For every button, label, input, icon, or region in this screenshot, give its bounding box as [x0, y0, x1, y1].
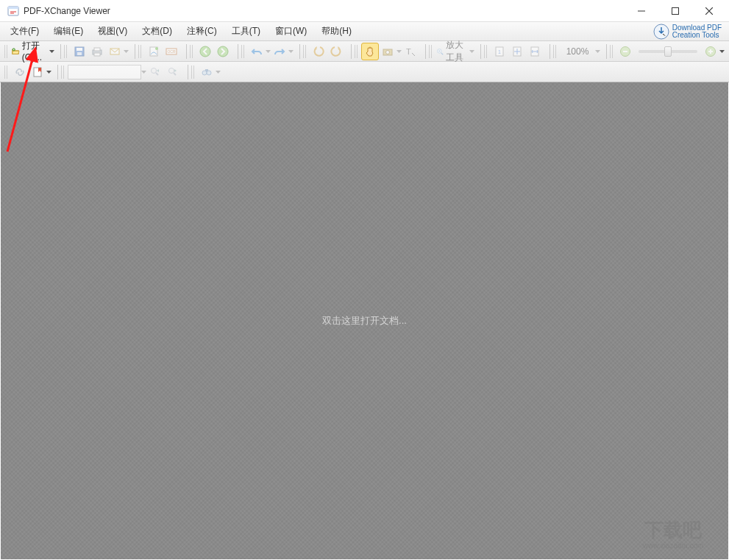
find-prev-icon	[149, 66, 161, 78]
mail-icon	[109, 46, 121, 57]
find-input[interactable]	[68, 65, 141, 79]
zoom-tool-dropdown[interactable]	[469, 43, 474, 60]
svg-point-21	[437, 49, 441, 53]
toolbar-secondary	[0, 62, 729, 82]
svg-point-16	[200, 46, 210, 57]
redo-button[interactable]	[271, 43, 288, 60]
zoom-tool-button[interactable]: 放大工具	[434, 43, 469, 60]
find-prev-button[interactable]	[146, 63, 164, 81]
fit-page-button[interactable]	[508, 43, 526, 60]
menu-file[interactable]: 文件(F)	[3, 23, 46, 40]
menu-edit[interactable]: 编辑(E)	[46, 23, 90, 40]
gripper[interactable]	[138, 45, 143, 58]
floppy-icon	[74, 46, 85, 57]
minimize-button[interactable]	[625, 0, 658, 22]
plus-circle-icon	[705, 46, 716, 57]
redo-dropdown[interactable]	[288, 43, 294, 60]
undo-button[interactable]	[248, 43, 266, 60]
gripper[interactable]	[190, 45, 194, 58]
open-hint-text: 双击这里打开文档...	[322, 314, 407, 327]
scan-button[interactable]	[145, 43, 163, 60]
fit-width-icon	[529, 46, 541, 57]
svg-point-31	[202, 71, 207, 75]
email-dropdown[interactable]	[124, 43, 129, 60]
select-icon: T	[405, 46, 416, 57]
hand-tool-button[interactable]	[361, 43, 379, 60]
chain-icon	[14, 66, 26, 78]
rotate-cw-button[interactable]	[327, 43, 345, 60]
zoom-slider[interactable]	[639, 50, 697, 53]
zoom-out-button[interactable]	[616, 43, 634, 60]
menu-view[interactable]: 视图(V)	[90, 23, 135, 40]
bookmark-dropdown[interactable]	[46, 63, 51, 81]
svg-rect-24	[513, 47, 521, 56]
gripper[interactable]	[610, 45, 614, 58]
gripper[interactable]	[484, 45, 488, 58]
zoom-value: 100%	[566, 46, 589, 57]
snapshot-button[interactable]	[379, 43, 396, 60]
svg-rect-7	[77, 52, 82, 55]
svg-point-27	[706, 46, 716, 56]
titlebar: PDF-XChange Viewer	[0, 0, 729, 22]
find-next-button[interactable]	[164, 63, 182, 81]
menu-annotate[interactable]: 注释(C)	[179, 23, 224, 40]
zoom-in-button[interactable]	[702, 43, 719, 60]
gripper[interactable]	[4, 65, 9, 79]
save-button[interactable]	[71, 43, 88, 60]
svg-rect-18	[383, 49, 392, 55]
gripper[interactable]	[241, 45, 246, 58]
search-dropdown[interactable]	[216, 63, 221, 81]
undo-icon	[251, 46, 263, 57]
menu-tools[interactable]: 工具(T)	[224, 23, 268, 40]
gripper[interactable]	[355, 45, 359, 58]
svg-point-13	[155, 47, 158, 50]
zoom-more-dropdown[interactable]	[719, 43, 725, 60]
gripper[interactable]	[429, 45, 432, 58]
open-dropdown[interactable]	[49, 43, 54, 60]
zoom-dropdown[interactable]	[595, 43, 600, 60]
nav-back-button[interactable]	[196, 43, 214, 60]
gripper[interactable]	[61, 65, 65, 79]
zoom-slider-thumb[interactable]	[664, 46, 672, 57]
arrow-right-circle-icon	[217, 46, 229, 57]
svg-rect-11	[110, 49, 119, 54]
bookmark-tool-button[interactable]	[29, 63, 46, 81]
select-tool-button[interactable]: T	[402, 43, 419, 60]
open-button[interactable]: 打开(O)...	[10, 43, 49, 60]
svg-rect-6	[77, 48, 82, 51]
snapshot-dropdown[interactable]	[396, 43, 402, 60]
download-pdf-tools-link[interactable]: Download PDFCreation Tools	[649, 24, 726, 40]
ocr-icon: OCR	[166, 46, 177, 57]
gripper[interactable]	[64, 45, 68, 58]
print-button[interactable]	[88, 43, 106, 60]
actual-size-button[interactable]: 1	[491, 43, 508, 60]
redo-icon	[274, 46, 285, 57]
undo-dropdown[interactable]	[266, 43, 271, 60]
search-button[interactable]	[198, 63, 216, 81]
rotate-ccw-button[interactable]	[310, 43, 327, 60]
ocr-button[interactable]: OCR	[163, 43, 180, 60]
gripper[interactable]	[553, 45, 558, 58]
menu-document[interactable]: 文档(D)	[135, 23, 179, 40]
svg-point-32	[207, 71, 211, 75]
email-button[interactable]	[106, 43, 124, 60]
menu-help[interactable]: 帮助(H)	[314, 23, 359, 40]
find-next-icon	[167, 66, 179, 78]
magnifier-icon	[436, 46, 444, 57]
gripper[interactable]	[4, 45, 7, 58]
menu-window[interactable]: 窗口(W)	[268, 23, 314, 40]
document-area[interactable]: 双击这里打开文档...	[1, 82, 728, 559]
find-dropdown[interactable]	[141, 63, 146, 81]
gripper[interactable]	[191, 65, 196, 79]
binoculars-icon	[201, 66, 213, 78]
fit-width-button[interactable]	[526, 43, 544, 60]
svg-rect-10	[94, 53, 100, 56]
svg-text:1: 1	[498, 49, 501, 54]
maximize-button[interactable]	[658, 0, 692, 22]
gripper[interactable]	[303, 45, 307, 58]
scan-icon	[148, 46, 160, 57]
nav-forward-button[interactable]	[214, 43, 232, 60]
close-button[interactable]	[692, 0, 726, 22]
svg-rect-33	[205, 69, 208, 71]
link-tool-button[interactable]	[11, 63, 29, 81]
